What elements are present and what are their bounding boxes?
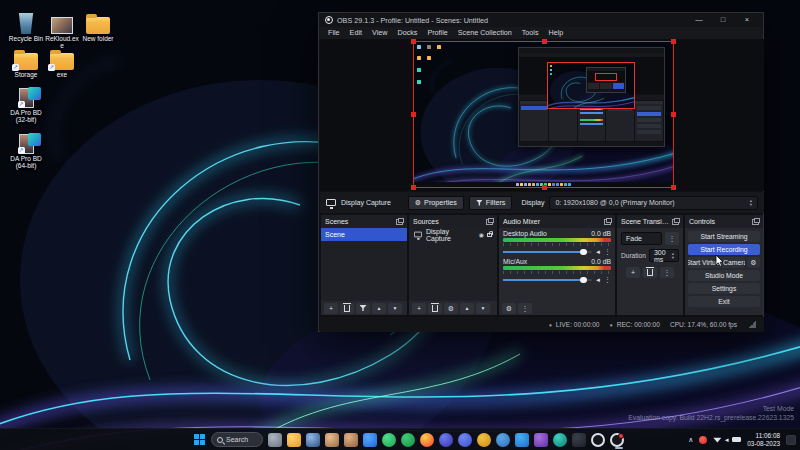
filters-button[interactable]: Filters xyxy=(469,196,513,210)
system-tray-icons[interactable]: ◄ xyxy=(713,437,741,443)
taskbar-clock[interactable]: 11:06:08 03-08-2023 xyxy=(747,432,780,447)
desktop-icon-da-pro-bd-64-bit-[interactable]: ↗DA Pro BD (64-bit) xyxy=(8,130,44,169)
volume-slider[interactable] xyxy=(503,279,592,281)
remove-transition-button[interactable] xyxy=(643,267,657,278)
settings-button[interactable]: Settings xyxy=(688,283,760,294)
add-scene-button[interactable]: + xyxy=(324,303,338,314)
maximize-button[interactable]: □ xyxy=(713,13,733,27)
menu-docks[interactable]: Docks xyxy=(392,27,422,39)
start-button[interactable] xyxy=(194,434,206,446)
combo-spinner-icon[interactable]: ▴▾ xyxy=(750,199,752,207)
source-up-button[interactable]: ▲ xyxy=(460,303,474,314)
obs-studio-icon[interactable] xyxy=(610,433,624,447)
green-app-1-icon[interactable] xyxy=(382,433,396,447)
speaker-icon[interactable]: ◄ xyxy=(595,277,601,283)
github-desktop-icon[interactable] xyxy=(591,433,605,447)
transition-select[interactable]: Fade xyxy=(621,232,662,245)
remove-source-button[interactable] xyxy=(428,303,442,314)
file-explorer-icon[interactable] xyxy=(287,433,301,447)
add-source-button[interactable]: + xyxy=(412,303,426,314)
scene-item[interactable]: Scene xyxy=(321,228,407,241)
menu-help[interactable]: Help xyxy=(544,27,569,39)
desktop-icon-da-pro-bd-32-bit-[interactable]: ↗DA Pro BD (32-bit) xyxy=(8,84,44,123)
edge-swirl-icon[interactable] xyxy=(439,433,453,447)
handle-top-center[interactable] xyxy=(542,39,547,44)
vscode-icon[interactable] xyxy=(515,433,529,447)
audio-config-button[interactable]: ⚙ xyxy=(502,303,516,314)
bot-app-icon[interactable] xyxy=(572,433,586,447)
menu-scene-collection[interactable]: Scene Collection xyxy=(453,27,517,39)
start-streaming-button[interactable]: Start Streaming xyxy=(688,231,760,242)
scene-up-button[interactable]: ▲ xyxy=(372,303,386,314)
microsoft-store-icon[interactable] xyxy=(363,433,377,447)
lock-icon[interactable] xyxy=(487,233,492,237)
handle-bottom-left[interactable] xyxy=(411,185,416,190)
system-monitor-icon[interactable] xyxy=(306,433,320,447)
handle-bottom-center[interactable] xyxy=(542,185,547,190)
properties-button[interactable]: ⚙ Properties xyxy=(408,196,464,210)
firefox-icon[interactable] xyxy=(420,433,434,447)
obs-titlebar[interactable]: OBS 29.1.3 - Profile: Untitled - Scenes:… xyxy=(319,13,763,27)
mixer-kebab-button[interactable]: ⋮ xyxy=(518,303,532,314)
popout-icon[interactable] xyxy=(604,219,611,225)
hand-app-2-icon[interactable] xyxy=(344,433,358,447)
start-recording-button[interactable]: Start Recording xyxy=(688,244,760,255)
telegram-icon[interactable] xyxy=(496,433,510,447)
teal-diamond-app-icon[interactable] xyxy=(553,433,567,447)
handle-bottom-right[interactable] xyxy=(671,185,676,190)
hand-app-1-icon[interactable] xyxy=(325,433,339,447)
visual-studio-icon[interactable] xyxy=(534,433,548,447)
handle-mid-left[interactable] xyxy=(411,112,416,117)
resize-grip[interactable] xyxy=(749,321,756,328)
scene-down-button[interactable]: ▼ xyxy=(388,303,402,314)
obs-preview[interactable] xyxy=(320,39,764,191)
speaker-icon[interactable]: ◄ xyxy=(595,249,601,255)
scene-filters-button[interactable] xyxy=(356,303,370,314)
source-properties-button[interactable]: ⚙ xyxy=(444,303,458,314)
obs-tray-icon[interactable] xyxy=(699,436,707,444)
desktop-icon-rekloud-exe[interactable]: ReKloud.exe xyxy=(44,10,80,49)
display-select[interactable]: 0: 1920x1080 @ 0,0 (Primary Monitor) ▴▾ xyxy=(549,196,758,210)
menu-file[interactable]: File xyxy=(323,27,345,39)
duration-spinner[interactable]: 300 ms ▴▾ xyxy=(649,249,679,262)
handle-top-right[interactable] xyxy=(671,39,676,44)
desktop-icon-exe[interactable]: ↗exe xyxy=(44,46,80,78)
menu-view[interactable]: View xyxy=(367,27,392,39)
taskbar-search[interactable]: Search xyxy=(211,432,263,447)
transition-kebab-button[interactable]: ⋮ xyxy=(665,232,679,245)
task-view-icon[interactable] xyxy=(268,433,282,447)
channel-kebab-icon[interactable]: ⋮ xyxy=(604,276,611,284)
handle-top-left[interactable] xyxy=(411,39,416,44)
desktop-icon-storage[interactable]: ↗Storage xyxy=(8,46,44,78)
minimize-button[interactable]: — xyxy=(689,13,709,27)
display-capture-source-rect[interactable] xyxy=(413,41,674,188)
meter-scale xyxy=(503,243,611,246)
visibility-eye-icon[interactable]: ◉ xyxy=(479,231,484,238)
add-transition-button[interactable]: + xyxy=(626,267,640,278)
studio-mode-button[interactable]: Studio Mode xyxy=(688,270,760,281)
handle-mid-right[interactable] xyxy=(671,112,676,117)
transition-props-button[interactable]: ⋮ xyxy=(660,267,674,278)
virtual-camera-settings-button[interactable]: ⚙ xyxy=(747,257,760,268)
popout-icon[interactable] xyxy=(672,219,679,225)
camera-app-icon[interactable] xyxy=(477,433,491,447)
channel-kebab-icon[interactable]: ⋮ xyxy=(604,248,611,256)
discord-icon[interactable] xyxy=(458,433,472,447)
popout-icon[interactable] xyxy=(486,219,493,225)
remove-scene-button[interactable] xyxy=(340,303,354,314)
volume-slider[interactable] xyxy=(503,251,592,253)
green-app-2-icon[interactable] xyxy=(401,433,415,447)
tray-overflow-chevron-icon[interactable]: ∧ xyxy=(688,436,693,444)
popout-icon[interactable] xyxy=(396,219,403,225)
menu-profile[interactable]: Profile xyxy=(422,27,452,39)
popout-icon[interactable] xyxy=(752,219,759,225)
source-item[interactable]: Display Capture◉ xyxy=(409,228,497,241)
desktop-icon-recycle-bin[interactable]: Recycle Bin xyxy=(8,10,44,42)
close-button[interactable]: × xyxy=(737,13,757,27)
notification-center-icon[interactable] xyxy=(786,435,796,445)
desktop-icon-new-folder[interactable]: New folder xyxy=(80,10,116,42)
menu-tools[interactable]: Tools xyxy=(517,27,544,39)
menu-edit[interactable]: Edit xyxy=(345,27,367,39)
exit-button[interactable]: Exit xyxy=(688,296,760,307)
source-down-button[interactable]: ▼ xyxy=(476,303,490,314)
